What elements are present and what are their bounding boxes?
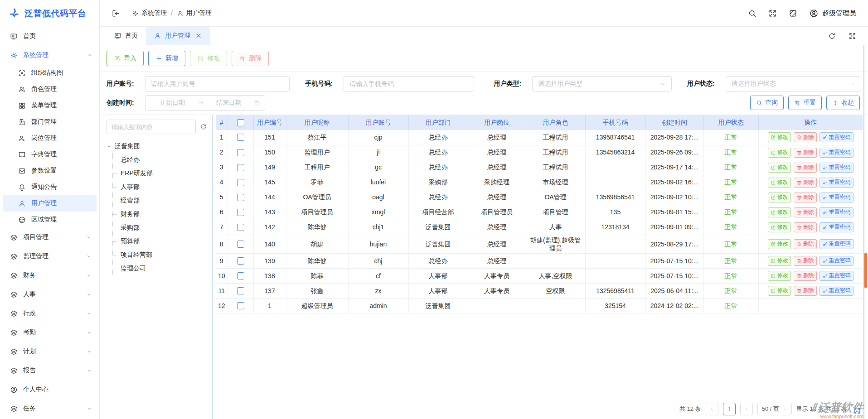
tab-home[interactable]: 首页 <box>106 27 146 45</box>
row-delete-button[interactable]: 删除 <box>794 148 817 158</box>
row-edit-button[interactable]: 修改 <box>768 163 791 173</box>
sidebar-item-region[interactable]: 区域管理 <box>0 212 99 228</box>
row-delete-button[interactable]: 删除 <box>794 222 817 232</box>
row-reset-password-button[interactable]: 重置密码 <box>820 207 853 217</box>
row-edit-button[interactable]: 修改 <box>768 222 791 232</box>
tab-user-management[interactable]: 用户管理 <box>146 27 210 45</box>
row-edit-button[interactable]: 修改 <box>768 207 791 217</box>
user-menu[interactable]: 超级管理员 <box>809 9 856 18</box>
row-delete-button[interactable]: 删除 <box>794 178 817 188</box>
row-checkbox[interactable] <box>237 241 244 248</box>
tree-node-6[interactable]: 预算部 <box>113 235 207 248</box>
sidebar-item-post[interactable]: 岗位管理 <box>0 130 99 146</box>
row-delete-button[interactable]: 删除 <box>794 239 817 249</box>
row-delete-button[interactable]: 删除 <box>794 193 817 202</box>
sidebar-item-supervision[interactable]: 监理管理 <box>0 247 99 266</box>
scrollbar-thumb[interactable] <box>864 253 867 288</box>
row-delete-button[interactable]: 删除 <box>794 207 817 217</box>
sidebar-item-project[interactable]: 项目管理 <box>0 228 99 247</box>
sidebar-item-notice[interactable]: 通知公告 <box>0 179 99 195</box>
tree-node-2[interactable]: 人事部 <box>113 180 207 194</box>
row-edit-button[interactable]: 修改 <box>768 193 791 202</box>
refresh-icon[interactable] <box>828 32 836 40</box>
row-checkbox[interactable] <box>237 272 244 279</box>
created-date-range[interactable]: 开始日期 结束日期 <box>145 95 265 111</box>
row-edit-button[interactable]: 修改 <box>768 286 791 296</box>
page-size-select[interactable]: 50 / 页 <box>757 403 792 415</box>
row-delete-button[interactable]: 删除 <box>794 286 817 296</box>
row-checkbox[interactable] <box>237 134 244 141</box>
row-checkbox[interactable] <box>237 257 244 265</box>
row-edit-button[interactable]: 修改 <box>768 148 791 158</box>
tree-root-node[interactable]: 泛普集团 <box>107 140 207 153</box>
breadcrumb-item-user-management[interactable]: 用户管理 <box>177 9 212 17</box>
sidebar-item-role[interactable]: 角色管理 <box>0 81 99 97</box>
theme-layout-icon[interactable] <box>789 9 797 18</box>
sidebar-item-system[interactable]: 系统管理 <box>0 46 99 65</box>
tree-node-3[interactable]: 经营部 <box>113 194 207 207</box>
global-search-icon[interactable] <box>748 9 756 18</box>
maximize-panel-icon[interactable] <box>849 32 856 40</box>
row-checkbox[interactable] <box>237 164 244 171</box>
next-page-button[interactable] <box>740 403 753 415</box>
user-type-select[interactable]: 请选择用户类型 <box>532 76 671 92</box>
row-delete-button[interactable]: 删除 <box>794 163 817 173</box>
delete-button[interactable]: 删除 <box>232 51 269 66</box>
select-all-checkbox[interactable] <box>237 119 244 126</box>
sidebar-item-personal-center[interactable]: 个人中心 <box>0 380 99 399</box>
row-reset-password-button[interactable]: 重置密码 <box>820 271 853 281</box>
prev-page-button[interactable] <box>706 403 718 415</box>
sidebar-item-finance[interactable]: 财务 <box>0 266 99 285</box>
row-checkbox[interactable] <box>237 209 244 216</box>
sidebar-item-administration[interactable]: 行政 <box>0 304 99 323</box>
row-checkbox[interactable] <box>237 287 244 294</box>
current-page-button[interactable]: 1 <box>723 403 736 415</box>
row-checkbox[interactable] <box>237 302 244 309</box>
add-button[interactable]: 新增 <box>148 51 185 66</box>
tree-node-7[interactable]: 项目经营部 <box>113 248 207 262</box>
sidebar-item-department[interactable]: 部门管理 <box>0 114 99 130</box>
breadcrumb-item-system[interactable]: 系统管理 <box>132 9 167 17</box>
sidebar-item-attendance[interactable]: 考勤 <box>0 323 99 342</box>
row-checkbox[interactable] <box>237 179 244 186</box>
fullscreen-icon[interactable] <box>768 9 777 18</box>
row-edit-button[interactable]: 修改 <box>768 271 791 281</box>
edit-button[interactable]: 修改 <box>190 51 227 66</box>
tree-refresh-icon[interactable] <box>200 123 207 130</box>
tree-node-0[interactable]: 总经办 <box>113 153 207 167</box>
tree-node-8[interactable]: 监理公司 <box>113 262 207 275</box>
row-edit-button[interactable]: 修改 <box>768 178 791 188</box>
reset-button[interactable]: 重置 <box>788 96 822 110</box>
tree-node-4[interactable]: 财务部 <box>113 207 207 221</box>
sidebar-item-home[interactable]: 首页 <box>0 27 99 46</box>
sidebar-item-org-chart[interactable]: 组织结构图 <box>0 65 99 81</box>
row-edit-button[interactable]: 修改 <box>768 132 791 142</box>
row-reset-password-button[interactable]: 重置密码 <box>820 148 853 158</box>
row-reset-password-button[interactable]: 重置密码 <box>820 178 853 188</box>
sidebar-item-plan[interactable]: 计划 <box>0 342 99 361</box>
row-reset-password-button[interactable]: 重置密码 <box>820 256 853 266</box>
row-reset-password-button[interactable]: 重置密码 <box>820 193 853 202</box>
row-checkbox[interactable] <box>237 224 244 231</box>
sidebar-item-report[interactable]: 报告 <box>0 361 99 380</box>
collapse-filters-button[interactable]: 收起 <box>826 96 860 110</box>
query-button[interactable]: 查询 <box>750 96 784 110</box>
row-delete-button[interactable]: 删除 <box>794 256 817 266</box>
table-fullscreen-icon[interactable] <box>853 407 861 414</box>
row-checkbox[interactable] <box>237 149 244 156</box>
row-reset-password-button[interactable]: 重置密码 <box>820 286 853 296</box>
sidebar-item-dictionary[interactable]: 字典管理 <box>0 146 99 163</box>
row-reset-password-button[interactable]: 重置密码 <box>820 222 853 232</box>
row-reset-password-button[interactable]: 重置密码 <box>820 239 853 249</box>
sidebar-item-hr[interactable]: 人事 <box>0 285 99 304</box>
row-delete-button[interactable]: 删除 <box>794 271 817 281</box>
sidebar-collapse-icon[interactable] <box>112 9 120 18</box>
sidebar-item-params[interactable]: 参数设置 <box>0 163 99 179</box>
phone-input[interactable] <box>344 76 474 92</box>
sidebar-item-task[interactable]: 任务 <box>0 399 99 418</box>
sidebar-item-user[interactable]: 用户管理 <box>3 195 97 212</box>
tree-node-5[interactable]: 采购部 <box>113 221 207 235</box>
sidebar-item-menu[interactable]: 菜单管理 <box>0 97 99 114</box>
row-checkbox[interactable] <box>237 194 244 201</box>
row-reset-password-button[interactable]: 重置密码 <box>820 132 853 142</box>
